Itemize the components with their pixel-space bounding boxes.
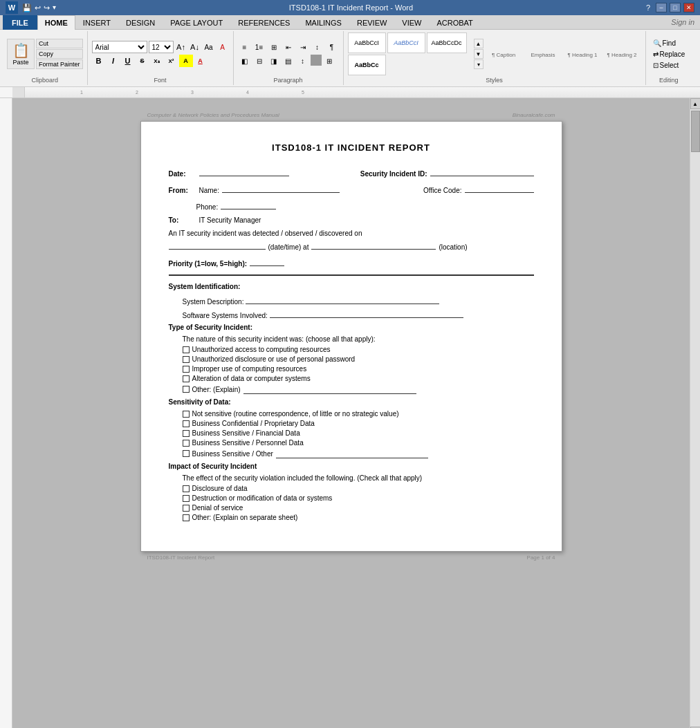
checkbox-3[interactable] — [183, 366, 190, 373]
tab-insert[interactable]: INSERT — [75, 15, 118, 30]
help-icon[interactable]: ? — [646, 3, 650, 12]
clear-format-button[interactable]: A — [217, 41, 229, 53]
date-field[interactable] — [199, 167, 289, 176]
increase-font-button[interactable]: A↑ — [175, 41, 187, 53]
checkbox-item-3: Improper use of computing resources — [183, 365, 534, 373]
checkbox-s3[interactable] — [183, 430, 190, 437]
page-header-area: Computer & Network Policies and Procedur… — [140, 112, 562, 118]
scroll-up-button[interactable]: ▲ — [690, 98, 701, 109]
footer-right: Page 1 of 4 — [527, 554, 555, 561]
italic-button[interactable]: I — [107, 55, 120, 67]
system-desc-field[interactable] — [246, 295, 439, 304]
checkbox-item-i1: Disclosure of data — [183, 485, 534, 492]
undo-icon[interactable]: ↩ — [35, 3, 41, 12]
style-expand[interactable]: ▾ — [474, 59, 483, 69]
save-icon[interactable]: 💾 — [22, 3, 32, 12]
copy-button[interactable]: Copy — [36, 49, 83, 59]
subscript-button[interactable]: X₂ — [150, 55, 164, 67]
to-value: IT Security Manager — [199, 216, 261, 224]
replace-button[interactable]: ⇄ Replace — [650, 49, 688, 59]
shading-button[interactable] — [311, 55, 322, 66]
page-container[interactable]: Computer & Network Policies and Procedur… — [12, 98, 690, 728]
find-button[interactable]: 🔍 Find — [650, 38, 688, 48]
style-scroll-down[interactable]: ▼ — [474, 49, 483, 59]
restore-button[interactable]: □ — [670, 3, 681, 12]
underline-button[interactable]: U — [121, 55, 135, 67]
name-field[interactable] — [222, 183, 340, 193]
superscript-button[interactable]: X² — [165, 55, 178, 67]
paste-button[interactable]: 📋 Paste — [7, 39, 35, 69]
close-button[interactable]: ✕ — [683, 3, 694, 12]
document-page[interactable]: ITSD108-1 IT INCIDENT REPORT Date: Secur… — [140, 121, 562, 552]
checkbox-i1[interactable] — [183, 485, 190, 492]
tab-acrobat[interactable]: ACROBAT — [429, 15, 480, 30]
tab-file[interactable]: FILE — [3, 15, 37, 30]
styles-group: AaBbCcI AaBbCcI AaBbCcDc AaBbCc ▲ ▼ ▾ ¶ … — [344, 31, 646, 85]
incident-location-field[interactable] — [311, 240, 436, 250]
line-spacing-button[interactable]: ↕ — [296, 55, 310, 67]
checkbox-1[interactable] — [183, 346, 190, 353]
align-left-button[interactable]: ◧ — [238, 55, 252, 67]
select-button[interactable]: ⊡ Select — [650, 60, 688, 71]
checkbox-i3[interactable] — [183, 505, 190, 512]
checkbox-s2[interactable] — [183, 420, 190, 427]
checkbox-s1[interactable] — [183, 411, 190, 418]
checkbox-s5[interactable] — [183, 450, 190, 457]
align-right-button[interactable]: ◨ — [267, 55, 281, 67]
font-color-button[interactable]: A — [194, 55, 208, 67]
tab-page-layout[interactable]: PAGE LAYOUT — [163, 15, 230, 30]
numbering-button[interactable]: 1≡ — [252, 41, 266, 53]
decrease-font-button[interactable]: A↓ — [189, 41, 201, 53]
font-name-select[interactable]: Arial — [92, 41, 147, 53]
software-sys-field[interactable] — [270, 308, 463, 318]
checkbox-i2[interactable] — [183, 495, 190, 502]
style-heading1[interactable]: AaBbCcDc — [427, 32, 467, 53]
other-explain-field[interactable] — [243, 384, 416, 394]
bullets-button[interactable]: ≡ — [238, 41, 252, 53]
style-heading2[interactable]: AaBbCc — [348, 55, 386, 75]
checkbox-4[interactable] — [183, 375, 190, 382]
change-case-button[interactable]: Aa — [203, 41, 215, 53]
cut-button[interactable]: Cut — [36, 39, 83, 48]
style-normal[interactable]: AaBbCcI — [348, 32, 386, 53]
highlight-button[interactable]: A — [179, 55, 193, 67]
tab-review[interactable]: REVIEW — [349, 15, 394, 30]
decrease-indent-button[interactable]: ⇤ — [282, 41, 295, 53]
incident-row2: (date/time) at (location) — [169, 240, 534, 251]
redo-icon[interactable]: ↪ — [44, 3, 50, 12]
format-painter-button[interactable]: Format Painter — [36, 59, 83, 69]
incident-date-field[interactable] — [169, 240, 266, 250]
style-scroll-up[interactable]: ▲ — [474, 39, 483, 48]
checkbox-s4[interactable] — [183, 440, 190, 447]
sort-button[interactable]: ↕ — [311, 41, 324, 53]
scroll-thumb[interactable] — [691, 111, 700, 152]
business-other-field[interactable] — [276, 449, 428, 458]
priority-field[interactable] — [250, 256, 284, 266]
office-code-field[interactable] — [465, 183, 534, 193]
tab-references[interactable]: REFERENCES — [230, 15, 297, 30]
minimize-button[interactable]: – — [656, 3, 667, 12]
security-id-field[interactable] — [430, 167, 534, 176]
checkbox-2[interactable] — [183, 356, 190, 363]
show-hide-button[interactable]: ¶ — [325, 41, 339, 53]
increase-indent-button[interactable]: ⇥ — [296, 41, 310, 53]
borders-button[interactable]: ⊞ — [322, 55, 336, 67]
find-icon: 🔍 — [653, 39, 661, 47]
align-center-button[interactable]: ⊟ — [252, 55, 266, 67]
tab-mailings[interactable]: MAILINGS — [297, 15, 349, 30]
vertical-scrollbar[interactable]: ▲ ▼ — [690, 98, 700, 728]
tab-view[interactable]: VIEW — [394, 15, 429, 30]
tab-design[interactable]: DESIGN — [118, 15, 163, 30]
bold-button[interactable]: B — [92, 55, 106, 67]
checkbox-5[interactable] — [183, 386, 190, 393]
sign-in[interactable]: Sign in — [665, 15, 700, 29]
strikethrough-button[interactable]: S — [136, 55, 149, 67]
phone-field[interactable] — [221, 200, 276, 209]
multilevel-button[interactable]: ⊞ — [267, 41, 281, 53]
tab-home[interactable]: HOME — [37, 15, 75, 30]
font-size-select[interactable]: 12 — [149, 41, 174, 53]
justify-button[interactable]: ▤ — [282, 55, 295, 67]
style-emphasis[interactable]: AaBbCcI — [387, 32, 425, 53]
checkbox-i4[interactable] — [183, 514, 190, 521]
incident-text: An IT security incident was detected / o… — [169, 230, 534, 237]
